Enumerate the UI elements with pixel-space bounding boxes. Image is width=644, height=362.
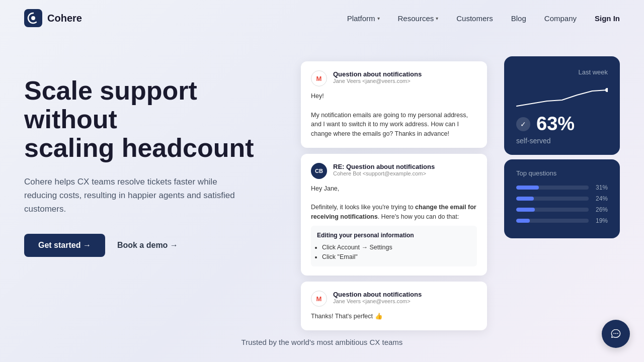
bar-pct-2: 24%: [593, 195, 608, 202]
email-title-2: RE: Question about notifications: [333, 163, 435, 170]
chat-bubble-button[interactable]: [602, 320, 630, 348]
nav-resources-link[interactable]: Resources ▾: [398, 14, 439, 23]
bar-track-3: [516, 208, 589, 212]
bar-fill-1: [516, 186, 539, 190]
bar-pct-3: 26%: [593, 206, 608, 213]
nav-blog-link[interactable]: Blog: [511, 14, 526, 23]
nav-company-link[interactable]: Company: [544, 14, 577, 23]
email-from-2: Cohere Bot <support@example.com>: [333, 170, 435, 176]
nav-customers-link[interactable]: Customers: [456, 14, 493, 23]
nav-signin-link[interactable]: Sign In: [595, 14, 620, 23]
hero-section: Scale support without scaling headcount …: [0, 36, 644, 332]
bar-row-3: 26%: [516, 206, 608, 213]
hero-right: M Question about notifications Jane Veer…: [286, 56, 620, 308]
chevron-down-icon: ▾: [436, 16, 438, 21]
avatar-bot: CB: [311, 163, 327, 179]
email-title-3: Question about notifications: [333, 291, 422, 298]
email-from-3: Jane Veers <jane@veers.com>: [333, 298, 422, 304]
bar-track-1: [516, 186, 589, 190]
bar-row-2: 24%: [516, 195, 608, 202]
hero-left: Scale support without scaling headcount …: [24, 56, 286, 257]
svg-point-4: [613, 333, 614, 334]
avatar-gmail-3: M: [311, 291, 327, 307]
editing-steps: Click Account → Settings Click "Email": [322, 243, 471, 262]
book-demo-button[interactable]: Book a demo →: [117, 241, 178, 250]
editing-box: Editing your personal information Click …: [311, 226, 477, 267]
stat-last-week-label: Last week: [516, 68, 608, 76]
nav-signin[interactable]: Sign In: [595, 14, 620, 23]
email-body-2: Hey Jane, Definitely, it looks like you'…: [311, 184, 477, 267]
top-questions-title: Top questions: [516, 169, 608, 177]
hero-heading: Scale support without scaling headcount: [24, 76, 286, 163]
stat-selfserved-label: self-served: [516, 137, 608, 145]
stat-card-questions: Top questions 31% 24% 26%: [504, 159, 620, 238]
email-stack: M Question about notifications Jane Veer…: [301, 61, 487, 336]
bar-fill-3: [516, 208, 535, 212]
hero-subtext: Cohere helps CX teams resolve tickets fa…: [24, 175, 246, 216]
email-card-3: M Question about notifications Jane Veer…: [301, 282, 487, 330]
chat-icon: [609, 327, 622, 340]
svg-point-1: [31, 16, 35, 20]
editing-box-title: Editing your personal information: [317, 231, 471, 240]
navigation: Cohere Platform ▾ Resources ▾ Customers …: [0, 0, 644, 36]
bar-fill-4: [516, 219, 530, 223]
chevron-down-icon: ▾: [377, 16, 380, 21]
email-header-3: M Question about notifications Jane Veer…: [311, 291, 477, 307]
email-card-1: M Question about notifications Jane Veer…: [301, 61, 487, 148]
stat-percent: 63%: [536, 113, 575, 135]
logo[interactable]: Cohere: [24, 9, 82, 27]
step-2: Click "Email": [322, 252, 471, 262]
bar-track-4: [516, 219, 589, 223]
nav-company[interactable]: Company: [544, 14, 577, 23]
email-body-3: Thanks! That's perfect 👍: [311, 312, 477, 321]
svg-point-6: [617, 333, 618, 334]
nav-blog[interactable]: Blog: [511, 14, 526, 23]
svg-point-5: [615, 333, 616, 334]
step-1: Click Account → Settings: [322, 243, 471, 252]
trusted-text: Trusted by the world's most ambitious CX…: [242, 338, 403, 346]
bar-pct-1: 31%: [593, 184, 608, 191]
get-started-button[interactable]: Get started →: [24, 234, 105, 257]
nav-resources[interactable]: Resources ▾: [398, 14, 439, 23]
bar-track-2: [516, 197, 589, 201]
nav-customers[interactable]: Customers: [456, 14, 493, 23]
bar-row-4: 19%: [516, 217, 608, 224]
logo-text: Cohere: [47, 13, 82, 24]
avatar-gmail-1: M: [311, 70, 327, 86]
email-header-1: M Question about notifications Jane Veer…: [311, 70, 477, 86]
stat-check-icon: ✓: [516, 117, 530, 131]
svg-point-2: [605, 88, 608, 92]
email-header-2: CB RE: Question about notifications Cohe…: [311, 163, 477, 179]
email-body-1: Hey! My notification emails are going to…: [311, 92, 477, 139]
stat-chart: [516, 86, 608, 111]
nav-platform[interactable]: Platform ▾: [347, 14, 380, 23]
stat-percent-row: ✓ 63%: [516, 113, 608, 135]
email-card-2: CB RE: Question about notifications Cohe…: [301, 154, 487, 276]
email-title-1: Question about notifications: [333, 70, 422, 78]
nav-links: Platform ▾ Resources ▾ Customers Blog Co…: [347, 14, 620, 23]
nav-platform-link[interactable]: Platform ▾: [347, 14, 380, 23]
bar-row-1: 31%: [516, 184, 608, 191]
hero-cta: Get started → Book a demo →: [24, 234, 286, 257]
email-from-1: Jane Veers <jane@veers.com>: [333, 78, 422, 84]
stat-card-selfserved: Last week ✓ 63% self-served: [504, 56, 620, 155]
bar-fill-2: [516, 197, 534, 201]
bar-pct-4: 19%: [593, 217, 608, 224]
